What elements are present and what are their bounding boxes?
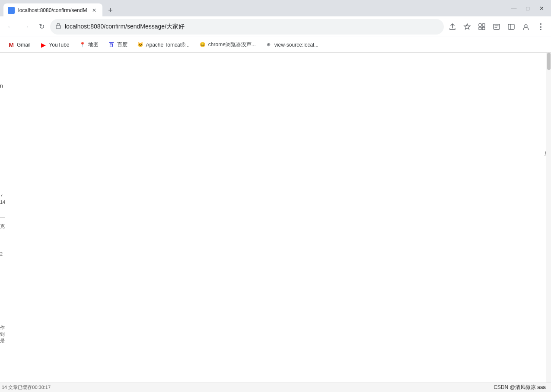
bottom-left-text: 14 文章已缓存00:30:17: [0, 384, 51, 391]
svg-rect-2: [56, 25, 61, 28]
left-snippet-2: 2: [0, 251, 3, 256]
minimize-button[interactable]: —: [508, 2, 520, 14]
security-icon: [55, 23, 61, 30]
left-snippet-dao: 到: [0, 331, 5, 338]
address-bar[interactable]: localhost:8080/confirm/sendMessage/大家好: [50, 19, 444, 35]
bookmark-tomcat[interactable]: 🐱 Apache Tomcat®...: [133, 40, 194, 50]
left-snippet-jing: 景: [0, 338, 5, 344]
chrome-sound-icon: 😊: [199, 41, 206, 48]
profile-button[interactable]: [519, 20, 533, 34]
svg-rect-5: [479, 27, 481, 30]
bookmarks-bar: M Gmail ▶ YouTube 📍 地图 百 百度 🐱 Apache Tom…: [0, 37, 551, 53]
svg-point-9: [525, 25, 527, 27]
bookmark-chrome-sound-label: chrome浏览器没声...: [208, 41, 256, 48]
svg-rect-7: [494, 24, 500, 29]
left-snippet-zuo: 作: [0, 325, 5, 331]
bookmark-maps[interactable]: 📍 地图: [75, 39, 103, 50]
sidebar-button[interactable]: [504, 20, 518, 34]
tab-strip: localhost:8080/confirm/sendM ✕ +: [3, 0, 506, 16]
bookmark-maps-label: 地图: [88, 41, 99, 48]
bookmark-youtube[interactable]: ▶ YouTube: [35, 40, 73, 50]
window-controls: — □ ✕: [508, 2, 548, 14]
forward-button[interactable]: →: [19, 20, 33, 34]
bookmark-chrome-sound[interactable]: 😊 chrome浏览器没声...: [195, 39, 260, 50]
left-snippet-n: n: [0, 83, 3, 89]
svg-rect-6: [482, 27, 485, 30]
left-snippet-ke: 克: [0, 223, 5, 230]
bookmark-view-source[interactable]: ⊕ view-source:local...: [261, 40, 323, 50]
share-button[interactable]: [446, 20, 459, 34]
tab-favicon: [8, 7, 15, 14]
bottom-right-text: CSDN @清风微凉 aaa: [494, 384, 546, 391]
left-snippet-14: 14: [0, 199, 5, 205]
close-button[interactable]: ✕: [535, 2, 548, 14]
gmail-icon: M: [8, 41, 15, 48]
scrollbar-thumb[interactable]: [547, 53, 551, 70]
tomcat-icon: 🐱: [137, 41, 144, 48]
svg-rect-8: [508, 24, 514, 29]
active-tab[interactable]: localhost:8080/confirm/sendM ✕: [3, 3, 102, 17]
youtube-icon: ▶: [40, 41, 47, 48]
bookmark-star-button[interactable]: [460, 20, 474, 34]
title-bar: localhost:8080/confirm/sendM ✕ + — □ ✕: [0, 0, 551, 16]
maps-icon: 📍: [79, 41, 86, 48]
bookmark-baidu[interactable]: 百 百度: [104, 39, 132, 50]
extensions-button[interactable]: [475, 20, 489, 34]
left-snippet-dash: —: [0, 215, 5, 220]
tab-title: localhost:8080/confirm/sendM: [18, 7, 87, 13]
back-button[interactable]: ←: [3, 20, 17, 34]
svg-rect-3: [479, 24, 481, 26]
browser-content: n 7 14 — 克 2 作 到 景 版 14 文章已缓存00:30:17 CS…: [0, 53, 551, 392]
bookmark-youtube-label: YouTube: [49, 42, 69, 48]
nav-bar: ← → ↻ localhost:8080/confirm/sendMessage…: [0, 16, 551, 37]
maximize-button[interactable]: □: [522, 2, 534, 14]
bookmark-baidu-label: 百度: [117, 41, 127, 48]
refresh-button[interactable]: ↻: [35, 20, 48, 34]
view-source-icon: ⊕: [265, 41, 272, 48]
baidu-icon: 百: [108, 41, 115, 48]
more-button[interactable]: ⋮: [534, 20, 548, 34]
new-tab-button[interactable]: +: [104, 4, 116, 16]
bookmark-gmail[interactable]: M Gmail: [3, 40, 35, 50]
svg-point-1: [10, 9, 13, 12]
tab-close-button[interactable]: ✕: [90, 6, 98, 14]
left-snippet-7: 7: [0, 193, 3, 198]
bookmark-view-source-label: view-source:local...: [274, 42, 318, 48]
svg-rect-4: [482, 24, 485, 26]
tab-search-button[interactable]: [490, 20, 503, 34]
bookmark-tomcat-label: Apache Tomcat®...: [146, 42, 190, 48]
status-bar: 14 文章已缓存00:30:17 CSDN @清风微凉 aaa: [0, 383, 551, 392]
nav-actions: ⋮: [446, 20, 548, 34]
scrollbar-track[interactable]: [546, 53, 551, 383]
bookmark-gmail-label: Gmail: [17, 42, 30, 48]
url-text: localhost:8080/confirm/sendMessage/大家好: [65, 23, 439, 31]
